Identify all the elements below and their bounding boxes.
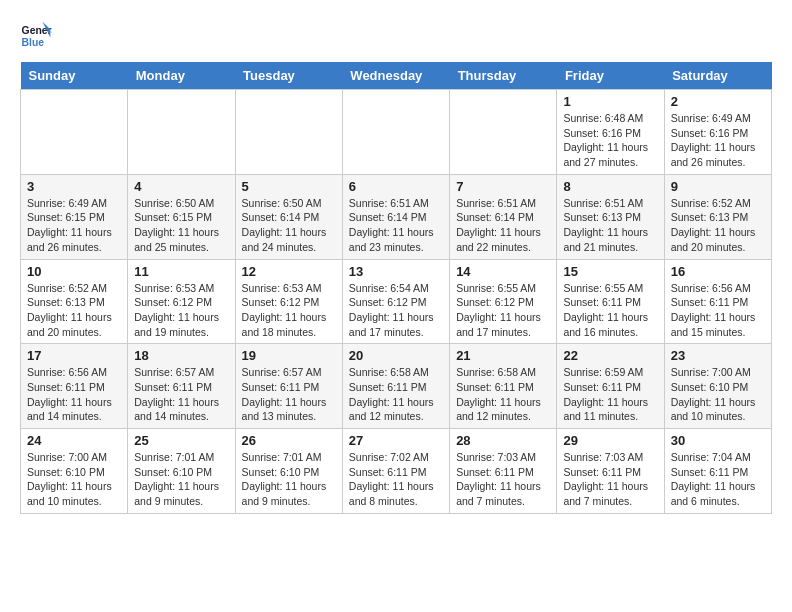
day-info: Sunrise: 7:03 AM Sunset: 6:11 PM Dayligh… — [456, 450, 550, 509]
day-number: 23 — [671, 348, 765, 363]
day-number: 10 — [27, 264, 121, 279]
day-info: Sunrise: 6:58 AM Sunset: 6:11 PM Dayligh… — [349, 365, 443, 424]
day-number: 27 — [349, 433, 443, 448]
calendar-cell — [450, 90, 557, 175]
day-info: Sunrise: 6:52 AM Sunset: 6:13 PM Dayligh… — [27, 281, 121, 340]
day-number: 13 — [349, 264, 443, 279]
day-info: Sunrise: 6:51 AM Sunset: 6:13 PM Dayligh… — [563, 196, 657, 255]
calendar-cell: 23Sunrise: 7:00 AM Sunset: 6:10 PM Dayli… — [664, 344, 771, 429]
day-number: 26 — [242, 433, 336, 448]
header-tuesday: Tuesday — [235, 62, 342, 90]
day-number: 14 — [456, 264, 550, 279]
svg-text:Blue: Blue — [22, 37, 45, 48]
day-info: Sunrise: 6:52 AM Sunset: 6:13 PM Dayligh… — [671, 196, 765, 255]
calendar-week-row: 3Sunrise: 6:49 AM Sunset: 6:15 PM Daylig… — [21, 174, 772, 259]
calendar-cell: 15Sunrise: 6:55 AM Sunset: 6:11 PM Dayli… — [557, 259, 664, 344]
day-info: Sunrise: 6:56 AM Sunset: 6:11 PM Dayligh… — [27, 365, 121, 424]
calendar-cell: 27Sunrise: 7:02 AM Sunset: 6:11 PM Dayli… — [342, 429, 449, 514]
day-info: Sunrise: 6:57 AM Sunset: 6:11 PM Dayligh… — [242, 365, 336, 424]
calendar-cell — [128, 90, 235, 175]
calendar-cell: 8Sunrise: 6:51 AM Sunset: 6:13 PM Daylig… — [557, 174, 664, 259]
logo: General Blue — [20, 20, 52, 52]
calendar-cell: 13Sunrise: 6:54 AM Sunset: 6:12 PM Dayli… — [342, 259, 449, 344]
header-sunday: Sunday — [21, 62, 128, 90]
day-info: Sunrise: 6:53 AM Sunset: 6:12 PM Dayligh… — [134, 281, 228, 340]
header-wednesday: Wednesday — [342, 62, 449, 90]
calendar-cell: 26Sunrise: 7:01 AM Sunset: 6:10 PM Dayli… — [235, 429, 342, 514]
calendar-cell — [21, 90, 128, 175]
day-number: 17 — [27, 348, 121, 363]
day-info: Sunrise: 7:01 AM Sunset: 6:10 PM Dayligh… — [134, 450, 228, 509]
day-info: Sunrise: 6:50 AM Sunset: 6:14 PM Dayligh… — [242, 196, 336, 255]
calendar-cell — [342, 90, 449, 175]
day-number: 22 — [563, 348, 657, 363]
calendar-cell: 20Sunrise: 6:58 AM Sunset: 6:11 PM Dayli… — [342, 344, 449, 429]
day-number: 19 — [242, 348, 336, 363]
calendar-cell: 21Sunrise: 6:58 AM Sunset: 6:11 PM Dayli… — [450, 344, 557, 429]
calendar-cell: 5Sunrise: 6:50 AM Sunset: 6:14 PM Daylig… — [235, 174, 342, 259]
day-info: Sunrise: 6:56 AM Sunset: 6:11 PM Dayligh… — [671, 281, 765, 340]
day-number: 29 — [563, 433, 657, 448]
calendar-cell: 25Sunrise: 7:01 AM Sunset: 6:10 PM Dayli… — [128, 429, 235, 514]
day-info: Sunrise: 6:53 AM Sunset: 6:12 PM Dayligh… — [242, 281, 336, 340]
calendar-cell: 3Sunrise: 6:49 AM Sunset: 6:15 PM Daylig… — [21, 174, 128, 259]
calendar-table: SundayMondayTuesdayWednesdayThursdayFrid… — [20, 62, 772, 514]
day-number: 4 — [134, 179, 228, 194]
day-number: 28 — [456, 433, 550, 448]
calendar-header-row: SundayMondayTuesdayWednesdayThursdayFrid… — [21, 62, 772, 90]
calendar-cell: 17Sunrise: 6:56 AM Sunset: 6:11 PM Dayli… — [21, 344, 128, 429]
day-number: 24 — [27, 433, 121, 448]
day-info: Sunrise: 6:51 AM Sunset: 6:14 PM Dayligh… — [349, 196, 443, 255]
calendar-cell: 24Sunrise: 7:00 AM Sunset: 6:10 PM Dayli… — [21, 429, 128, 514]
day-number: 30 — [671, 433, 765, 448]
calendar-cell — [235, 90, 342, 175]
day-number: 15 — [563, 264, 657, 279]
header-thursday: Thursday — [450, 62, 557, 90]
calendar-week-row: 1Sunrise: 6:48 AM Sunset: 6:16 PM Daylig… — [21, 90, 772, 175]
day-info: Sunrise: 6:55 AM Sunset: 6:11 PM Dayligh… — [563, 281, 657, 340]
calendar-cell: 12Sunrise: 6:53 AM Sunset: 6:12 PM Dayli… — [235, 259, 342, 344]
day-number: 20 — [349, 348, 443, 363]
day-info: Sunrise: 6:55 AM Sunset: 6:12 PM Dayligh… — [456, 281, 550, 340]
day-info: Sunrise: 7:03 AM Sunset: 6:11 PM Dayligh… — [563, 450, 657, 509]
logo-icon: General Blue — [20, 20, 52, 52]
day-info: Sunrise: 7:01 AM Sunset: 6:10 PM Dayligh… — [242, 450, 336, 509]
day-number: 25 — [134, 433, 228, 448]
page-header: General Blue — [20, 20, 772, 52]
calendar-cell: 6Sunrise: 6:51 AM Sunset: 6:14 PM Daylig… — [342, 174, 449, 259]
day-number: 12 — [242, 264, 336, 279]
day-info: Sunrise: 7:02 AM Sunset: 6:11 PM Dayligh… — [349, 450, 443, 509]
day-number: 5 — [242, 179, 336, 194]
header-monday: Monday — [128, 62, 235, 90]
calendar-week-row: 17Sunrise: 6:56 AM Sunset: 6:11 PM Dayli… — [21, 344, 772, 429]
day-number: 6 — [349, 179, 443, 194]
calendar-cell: 11Sunrise: 6:53 AM Sunset: 6:12 PM Dayli… — [128, 259, 235, 344]
day-info: Sunrise: 6:58 AM Sunset: 6:11 PM Dayligh… — [456, 365, 550, 424]
day-info: Sunrise: 6:48 AM Sunset: 6:16 PM Dayligh… — [563, 111, 657, 170]
calendar-cell: 19Sunrise: 6:57 AM Sunset: 6:11 PM Dayli… — [235, 344, 342, 429]
calendar-cell: 16Sunrise: 6:56 AM Sunset: 6:11 PM Dayli… — [664, 259, 771, 344]
day-number: 8 — [563, 179, 657, 194]
day-number: 9 — [671, 179, 765, 194]
calendar-cell: 9Sunrise: 6:52 AM Sunset: 6:13 PM Daylig… — [664, 174, 771, 259]
calendar-cell: 2Sunrise: 6:49 AM Sunset: 6:16 PM Daylig… — [664, 90, 771, 175]
day-number: 1 — [563, 94, 657, 109]
day-number: 18 — [134, 348, 228, 363]
calendar-cell: 7Sunrise: 6:51 AM Sunset: 6:14 PM Daylig… — [450, 174, 557, 259]
calendar-cell: 30Sunrise: 7:04 AM Sunset: 6:11 PM Dayli… — [664, 429, 771, 514]
day-info: Sunrise: 7:00 AM Sunset: 6:10 PM Dayligh… — [27, 450, 121, 509]
day-info: Sunrise: 6:54 AM Sunset: 6:12 PM Dayligh… — [349, 281, 443, 340]
day-number: 2 — [671, 94, 765, 109]
calendar-cell: 18Sunrise: 6:57 AM Sunset: 6:11 PM Dayli… — [128, 344, 235, 429]
calendar-cell: 28Sunrise: 7:03 AM Sunset: 6:11 PM Dayli… — [450, 429, 557, 514]
day-number: 16 — [671, 264, 765, 279]
calendar-week-row: 24Sunrise: 7:00 AM Sunset: 6:10 PM Dayli… — [21, 429, 772, 514]
calendar-week-row: 10Sunrise: 6:52 AM Sunset: 6:13 PM Dayli… — [21, 259, 772, 344]
day-info: Sunrise: 6:50 AM Sunset: 6:15 PM Dayligh… — [134, 196, 228, 255]
calendar-cell: 22Sunrise: 6:59 AM Sunset: 6:11 PM Dayli… — [557, 344, 664, 429]
day-info: Sunrise: 6:49 AM Sunset: 6:15 PM Dayligh… — [27, 196, 121, 255]
day-number: 11 — [134, 264, 228, 279]
day-info: Sunrise: 6:59 AM Sunset: 6:11 PM Dayligh… — [563, 365, 657, 424]
calendar-cell: 1Sunrise: 6:48 AM Sunset: 6:16 PM Daylig… — [557, 90, 664, 175]
day-info: Sunrise: 6:49 AM Sunset: 6:16 PM Dayligh… — [671, 111, 765, 170]
